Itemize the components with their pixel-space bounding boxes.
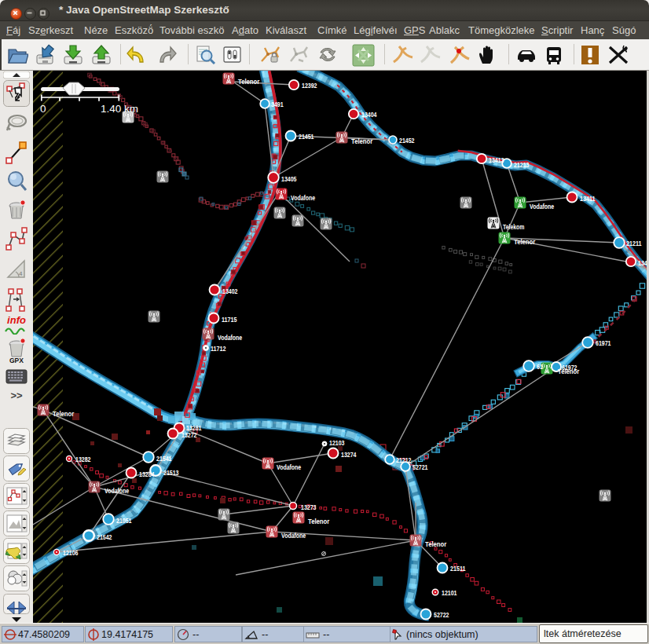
svg-text:52722: 52722 [434, 611, 449, 619]
svg-text:13411: 13411 [580, 195, 596, 203]
svg-text:13404: 13404 [361, 111, 377, 119]
svg-text:13273: 13273 [301, 503, 317, 511]
svg-text:0: 0 [40, 103, 46, 115]
svg-text:13413: 13413 [489, 156, 504, 164]
svg-text:Vodafone: Vodafone [281, 532, 306, 540]
svg-text:Vodafone: Vodafone [530, 203, 554, 210]
svg-text:1.40 km: 1.40 km [101, 103, 138, 115]
svg-text:13402: 13402 [222, 287, 238, 295]
svg-text:4: 4 [19, 270, 23, 277]
svg-text:11715: 11715 [222, 316, 237, 324]
svg-text:13274: 13274 [341, 451, 357, 459]
svg-text:3491: 3491 [271, 101, 284, 108]
svg-text:13272: 13272 [182, 431, 197, 439]
svg-text:Telekom: Telekom [503, 223, 524, 231]
svg-text:13284: 13284 [139, 470, 155, 478]
svg-text:61971: 61971 [596, 339, 611, 347]
svg-text:Telenor: Telenor [238, 78, 260, 86]
svg-text:Telenor: Telenor [514, 238, 536, 246]
svg-text:Telenor: Telenor [425, 540, 447, 548]
svg-text:12103: 12103 [329, 439, 345, 447]
svg-text:12392: 12392 [302, 82, 317, 90]
svg-text:13405: 13405 [281, 175, 297, 183]
svg-text:Vodafone: Vodafone [104, 487, 129, 495]
svg-text:21211: 21211 [626, 240, 642, 247]
svg-text:52721: 52721 [412, 463, 428, 471]
svg-text:Telenor: Telenor [53, 410, 75, 418]
svg-text:21511: 21511 [450, 565, 466, 573]
svg-text:Telenor: Telenor [308, 518, 330, 525]
svg-text:Telenor: Telenor [558, 368, 580, 375]
svg-text:11712: 11712 [211, 345, 226, 353]
svg-text:21213: 21213 [514, 161, 530, 169]
svg-text:21451: 21451 [299, 133, 314, 141]
svg-text:Vodafone: Vodafone [277, 463, 301, 471]
svg-text:Vodafone: Vodafone [291, 194, 315, 202]
svg-text:21541: 21541 [156, 455, 172, 463]
svg-text:GPX: GPX [9, 357, 24, 364]
svg-text:21212: 21212 [396, 456, 412, 464]
svg-text:12101: 12101 [442, 589, 457, 597]
svg-text:61: 61 [537, 363, 543, 371]
svg-text:134: 134 [638, 259, 647, 267]
svg-text:21051: 21051 [116, 517, 132, 525]
svg-text:Telenor: Telenor [351, 137, 373, 145]
svg-text:Vodafone: Vodafone [218, 334, 242, 342]
svg-text:21513: 21513 [163, 469, 179, 477]
svg-text:13282: 13282 [75, 456, 91, 463]
svg-text:12106: 12106 [63, 549, 79, 557]
svg-text:21452: 21452 [399, 137, 415, 145]
svg-text:21542: 21542 [97, 533, 112, 541]
